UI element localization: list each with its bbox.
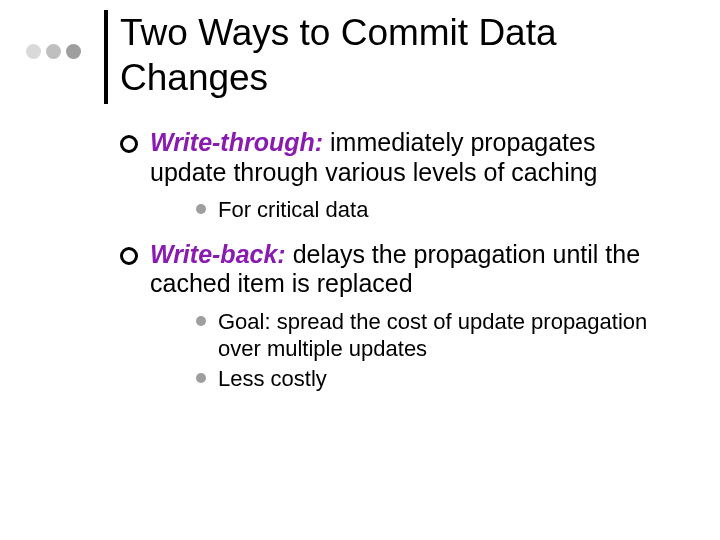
list-item: Less costly <box>196 366 660 393</box>
list-item: Write-back: delays the propagation until… <box>120 240 660 393</box>
list-item: For critical data <box>196 197 660 224</box>
disc-bullet-icon <box>196 316 206 326</box>
list-item: Goal: spread the cost of update propagat… <box>196 309 660 363</box>
sublist: For critical data <box>196 197 660 224</box>
term-text: Write-through: <box>150 128 323 156</box>
ring-bullet-icon <box>120 247 138 265</box>
body-text: Less costly <box>218 366 327 391</box>
decor-dot-icon <box>46 44 61 59</box>
disc-bullet-icon <box>196 204 206 214</box>
list-item: Write-through: immediately propagates up… <box>120 128 660 224</box>
body-text: Goal: spread the cost of update propagat… <box>218 309 647 361</box>
decor-bar-icon <box>104 10 108 104</box>
term-text: Write-back: <box>150 240 286 268</box>
decor-dot-icon <box>66 44 81 59</box>
ring-bullet-icon <box>120 135 138 153</box>
sublist: Goal: spread the cost of update propagat… <box>196 309 660 393</box>
body-text: For critical data <box>218 197 368 222</box>
decor-dot-icon <box>26 44 41 59</box>
disc-bullet-icon <box>196 373 206 383</box>
slide: Two Ways to Commit Data Changes Write-th… <box>0 0 720 540</box>
decor-dots <box>26 44 81 59</box>
slide-title: Two Ways to Commit Data Changes <box>120 10 680 100</box>
slide-body: Write-through: immediately propagates up… <box>120 128 660 409</box>
